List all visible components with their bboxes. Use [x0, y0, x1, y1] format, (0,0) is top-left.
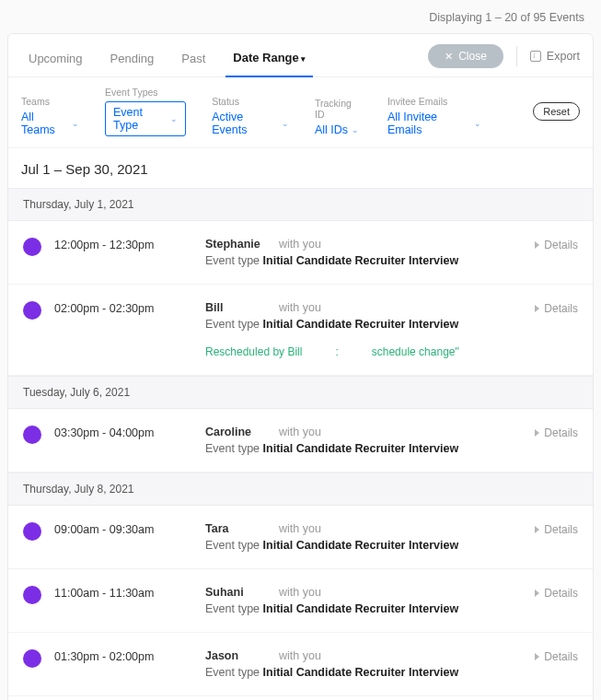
event-time: 02:00pm - 02:30pm: [54, 301, 192, 315]
filter-label: Status: [212, 96, 289, 107]
triangle-right-icon: [535, 429, 539, 437]
chevron-down-icon: ⌄: [170, 114, 178, 123]
event-info: Carolinewith youEvent type Initial Candi…: [205, 426, 522, 455]
event-type-label: Event type: [205, 602, 263, 615]
tab-past[interactable]: Past: [174, 44, 213, 76]
status-line: Displaying 1 – 20 of 95 Events: [0, 0, 601, 33]
event-type-label: Event type: [205, 442, 263, 455]
tab-pending[interactable]: Pending: [103, 44, 162, 76]
export-button[interactable]: Export: [530, 50, 580, 63]
details-label: Details: [544, 426, 578, 439]
filter-event-types-value[interactable]: Event Type ⌄: [105, 101, 186, 136]
with-you-label: with you: [279, 301, 321, 314]
event-info: Stephaniewith youEvent type Initial Cand…: [205, 238, 522, 267]
date-range-header: Jul 1 – Sep 30, 2021: [8, 147, 593, 188]
details-button[interactable]: Details: [535, 586, 578, 600]
event-color-dot: [23, 586, 41, 604]
event-type-name: Initial Candidate Recruiter Interview: [263, 254, 459, 267]
caret-down-icon: ▾: [301, 54, 306, 64]
event-color-dot: [23, 649, 41, 668]
event-color-dot: [23, 426, 41, 444]
details-button[interactable]: Details: [535, 301, 578, 315]
event-row: 11:00am - 11:30amSuhaniwith youEvent typ…: [8, 569, 593, 633]
event-type-name: Initial Candidate Recruiter Interview: [263, 666, 459, 679]
event-type-label: Event type: [205, 318, 263, 331]
filter-value-text: All IDs: [315, 123, 348, 136]
day-header: Thursday, July 1, 2021: [8, 188, 593, 221]
tab-upcoming[interactable]: Upcoming: [21, 44, 90, 76]
filter-invitee-emails-value[interactable]: All Invitee Emails ⌄: [387, 111, 481, 136]
event-type-name: Initial Candidate Recruiter Interview: [263, 602, 459, 615]
filter-value-text: All Invitee Emails: [387, 111, 470, 136]
event-type-name: Initial Candidate Recruiter Interview: [263, 442, 459, 455]
filter-label: Event Types: [105, 87, 186, 98]
details-label: Details: [544, 587, 578, 600]
filter-teams: Teams All Teams ⌄: [21, 96, 79, 136]
event-color-dot: [23, 301, 41, 320]
triangle-right-icon: [535, 653, 539, 660]
event-color-dot: [23, 522, 41, 541]
with-you-label: with you: [279, 238, 321, 251]
event-time: 12:00pm - 12:30pm: [54, 238, 192, 251]
chevron-down-icon: ⌄: [352, 125, 359, 134]
filters-row: Teams All Teams ⌄ Event Types Event Type…: [8, 77, 593, 147]
filter-tracking-id-value[interactable]: All IDs ⌄: [315, 123, 362, 136]
export-icon: [530, 51, 541, 62]
triangle-right-icon: [535, 241, 539, 249]
filter-status-value[interactable]: Active Events ⌄: [212, 111, 289, 136]
filter-teams-value[interactable]: All Teams ⌄: [21, 111, 79, 136]
event-row: 09:00am - 09:30amTarawith youEvent type …: [8, 506, 593, 569]
event-row: 12:00pm - 12:30pmStephaniewith youEvent …: [8, 221, 593, 285]
with-you-label: with you: [279, 426, 321, 438]
event-row: 01:30pm - 02:00pmJasonwith youEvent type…: [8, 633, 593, 696]
filter-label: Invitee Emails: [387, 96, 481, 107]
event-info: Suhaniwith youEvent type Initial Candida…: [205, 586, 522, 615]
rescheduled-note: Rescheduled by Bill:schedule change": [205, 345, 522, 358]
with-you-label: with you: [279, 522, 321, 535]
day-header: Thursday, July 8, 2021: [8, 472, 593, 506]
event-info: Jasonwith youEvent type Initial Candidat…: [205, 649, 522, 679]
event-type-name: Initial Candidate Recruiter Interview: [263, 539, 459, 552]
details-button[interactable]: Details: [535, 522, 578, 536]
chevron-down-icon: ⌄: [282, 119, 289, 128]
divider: [516, 46, 517, 66]
invitee-name: Jason: [205, 649, 270, 662]
events-container: Thursday, July 1, 202112:00pm - 12:30pmS…: [8, 188, 593, 700]
chevron-down-icon: ⌄: [72, 119, 79, 128]
invitee-name: Bill: [205, 301, 270, 314]
with-you-label: with you: [279, 649, 321, 662]
close-button[interactable]: ✕ Close: [428, 44, 503, 68]
event-type-label: Event type: [205, 254, 263, 267]
filter-value-text: Active Events: [212, 111, 278, 136]
day-header: Tuesday, July 6, 2021: [8, 376, 593, 409]
event-time: 09:00am - 09:30am: [54, 522, 192, 536]
filter-status: Status Active Events ⌄: [212, 96, 289, 136]
tab-date-range-label: Date Range: [233, 51, 299, 64]
event-info: Billwith youEvent type Initial Candidate…: [205, 301, 522, 358]
details-button[interactable]: Details: [535, 426, 578, 439]
tabs-row: Upcoming Pending Past Date Range▾ ✕ Clos…: [8, 34, 593, 77]
event-time: 01:30pm - 02:00pm: [54, 649, 192, 663]
tab-date-range[interactable]: Date Range▾: [225, 43, 313, 77]
details-button[interactable]: Details: [535, 238, 578, 251]
event-time: 11:00am - 11:30am: [54, 586, 192, 600]
close-icon: ✕: [445, 51, 453, 63]
invitee-name: Stephanie: [205, 238, 270, 251]
details-label: Details: [544, 650, 578, 663]
details-label: Details: [544, 239, 578, 251]
triangle-right-icon: [535, 305, 539, 312]
filter-value-text: Event Type: [113, 106, 167, 132]
event-row: 02:30pm - 03:00pmFranciswith youEvent ty…: [8, 696, 593, 700]
details-button[interactable]: Details: [535, 649, 578, 663]
with-you-label: with you: [279, 586, 321, 599]
triangle-right-icon: [535, 526, 539, 533]
filter-label: Teams: [21, 96, 79, 107]
event-type-label: Event type: [205, 539, 263, 552]
invitee-name: Caroline: [205, 426, 270, 438]
event-row: 03:30pm - 04:00pmCarolinewith youEvent t…: [8, 409, 593, 472]
chevron-down-icon: ⌄: [474, 119, 481, 128]
event-info: Tarawith youEvent type Initial Candidate…: [205, 522, 522, 552]
export-label: Export: [547, 50, 580, 63]
invitee-name: Tara: [205, 522, 270, 535]
reset-button[interactable]: Reset: [533, 102, 580, 121]
